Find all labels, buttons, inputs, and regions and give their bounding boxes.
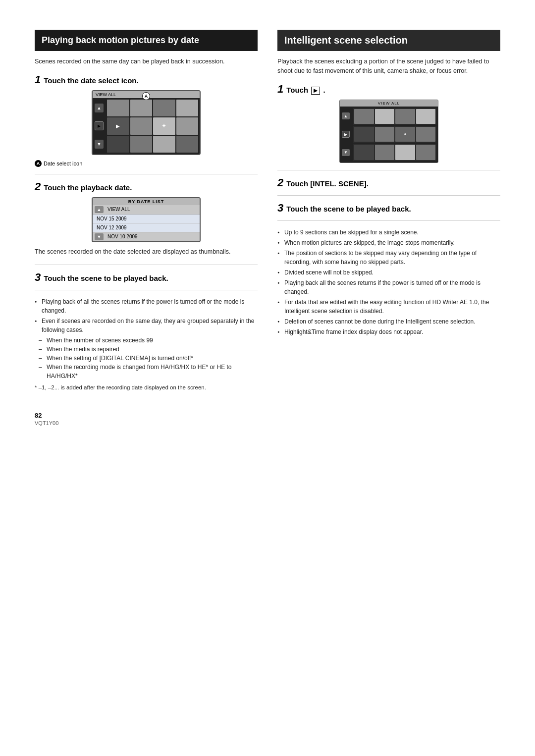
model-code: VQT1Y00 <box>35 420 258 426</box>
right-divider-2 <box>277 195 500 196</box>
footnote: * –1, –2... is added after the recording… <box>35 383 258 392</box>
step3-heading: 3 Touch the scene to be played back. <box>35 272 258 283</box>
annotation-a-circle: A <box>35 160 42 167</box>
thumb-5: ▶ <box>107 117 129 134</box>
thumb-area: ▶ ✦ <box>106 98 200 154</box>
right-thumb-row-2: ✦ <box>353 126 436 143</box>
step1-heading: 1 Touch the date select icon. <box>35 74 258 85</box>
left-section-title: Playing back motion pictures by date <box>35 30 258 51</box>
right-bullet-list: Up to 9 sections can be skipped for a si… <box>277 228 500 336</box>
step2-number: 2 <box>35 181 41 192</box>
step2-label: Touch the playback date. <box>44 183 132 192</box>
datelist-row-3-text: NOV 10 2009 <box>106 233 140 240</box>
thumb-row-3 <box>107 136 198 153</box>
right-step3-label: Touch the scene to be played back. <box>286 205 411 213</box>
right-device-bar: VIEW ALL <box>340 100 438 107</box>
right-down-btn[interactable]: ▼ <box>342 149 350 156</box>
step3-number: 3 <box>35 272 41 283</box>
left-column: Playing back motion pictures by date Sce… <box>35 30 258 426</box>
datelist-up-btn[interactable]: ▲ <box>95 206 104 213</box>
right-column: Intelligent scene selection Playback the… <box>277 30 500 426</box>
viewall-text: VIEW ALL <box>106 206 198 213</box>
right-step2-heading: 2 Touch [INTEL. SCENE]. <box>277 177 500 188</box>
datelist-ui: BY DATE LIST ▲ VIEW ALL NOV 15 2009 NOV … <box>92 197 201 242</box>
right-section-title: Intelligent scene selection <box>277 30 500 51</box>
right-bullet-4: Divided scene will not be skipped. <box>277 268 500 277</box>
rt-12 <box>416 145 436 160</box>
up-button[interactable]: ▲ <box>95 104 104 112</box>
right-step2-number: 2 <box>277 177 283 188</box>
thumb-4 <box>176 100 199 116</box>
rt-7: ✦ <box>395 127 415 142</box>
rt-8 <box>416 127 436 142</box>
datelist-controls: ▲ VIEW ALL <box>93 205 200 215</box>
datelist-row-2: NOV 12 2009 <box>93 223 200 232</box>
thumb-9 <box>107 136 129 153</box>
page-number: 82 <box>35 412 258 419</box>
annotation-a-label: A Date select icon <box>35 160 258 167</box>
thumb-12 <box>176 136 199 153</box>
step2-heading: 2 Touch the playback date. <box>35 181 258 192</box>
left-intro-text: Scenes recorded on the same day can be p… <box>35 57 258 66</box>
step3-label: Touch the scene to be played back. <box>44 274 168 282</box>
divider-3 <box>35 290 258 290</box>
right-thumb-row-3 <box>353 144 436 161</box>
page-footer: 82 VQT1Y00 <box>35 412 258 426</box>
thumb-1 <box>107 100 129 116</box>
right-step2-label: Touch [INTEL. SCENE]. <box>286 179 369 188</box>
play-button[interactable]: ▶ <box>95 121 104 130</box>
rt-9 <box>354 145 374 160</box>
right-bullet-3: The position of sections to be skipped m… <box>277 249 500 267</box>
right-up-btn[interactable]: ▲ <box>342 112 350 119</box>
right-thumb-row-1 <box>353 108 436 125</box>
datelist-bottom-ctrl: ▼ NOV 10 2009 <box>93 232 200 241</box>
thumb-6 <box>130 117 153 134</box>
step2-body: The scenes recorded on the date selected… <box>35 247 258 257</box>
datelist-header: BY DATE LIST <box>93 198 200 205</box>
sub-bullet-1: When the number of scenes exceeds 99 <box>39 336 258 345</box>
left-bullet-list: Playing back of all the scenes returns i… <box>35 297 258 334</box>
down-button[interactable]: ▼ <box>95 140 104 149</box>
thumb-row-1 <box>107 100 198 116</box>
right-bullet-1: Up to 9 sections can be skipped for a si… <box>277 228 500 237</box>
right-bullet-2: When motion pictures are skipped, the im… <box>277 238 500 247</box>
rt-5 <box>354 127 374 142</box>
device-left-controls: ▲ ▶ ▼ <box>93 98 106 154</box>
thumb-10 <box>130 136 153 153</box>
right-bullet-6: For data that are edited with the easy e… <box>277 298 500 316</box>
right-bullet-5: Playing back all the scenes returns if t… <box>277 278 500 296</box>
step1-number: 1 <box>35 74 41 85</box>
rt-3 <box>395 109 415 124</box>
datelist-down-btn[interactable]: ▼ <box>95 233 104 240</box>
right-intro-text: Playback the scenes excluding a portion … <box>277 57 500 76</box>
divider-2 <box>35 265 258 265</box>
rt-11 <box>395 145 415 160</box>
right-divider-1 <box>277 170 500 170</box>
thumb-row-2: ▶ ✦ <box>107 117 198 134</box>
rt-10 <box>375 145 395 160</box>
datelist-rows: NOV 15 2009 NOV 12 2009 ▼ NOV 10 2009 <box>93 215 200 241</box>
step1-label: Touch the date select icon. <box>44 76 138 85</box>
datelist-viewall: VIEW ALL <box>106 206 198 213</box>
device-grid: ▲ ▶ ▼ ▶ ✦ <box>93 98 200 154</box>
bullet-item-2: Even if scenes are recorded on the same … <box>35 317 258 334</box>
right-play-btn[interactable]: ▶ <box>342 131 350 138</box>
rt-1 <box>354 109 374 124</box>
thumb-2 <box>130 100 153 116</box>
step1-device-ui: A VIEW ALL ▲ ▶ ▼ <box>92 90 201 155</box>
thumb-3 <box>153 100 175 116</box>
right-device-left: ▲ ▶ ▼ <box>340 107 352 162</box>
play-symbol: ▶ <box>311 87 320 95</box>
right-step3-heading: 3 Touch the scene to be played back. <box>277 203 500 214</box>
right-bullet-7: Deletion of scenes cannot be done during… <box>277 317 500 326</box>
divider-1 <box>35 174 258 174</box>
right-divider-3 <box>277 220 500 221</box>
sub-bullet-2: When the media is repaired <box>39 345 258 354</box>
bullet-item-1: Playing back of all the scenes returns i… <box>35 297 258 315</box>
thumb-8 <box>176 117 199 134</box>
sub-bullet-list: When the number of scenes exceeds 99 Whe… <box>39 336 258 380</box>
rt-4 <box>416 109 436 124</box>
rt-6 <box>375 127 395 142</box>
thumb-7-star: ✦ <box>153 117 175 134</box>
right-thumb-area: ✦ <box>352 107 438 162</box>
